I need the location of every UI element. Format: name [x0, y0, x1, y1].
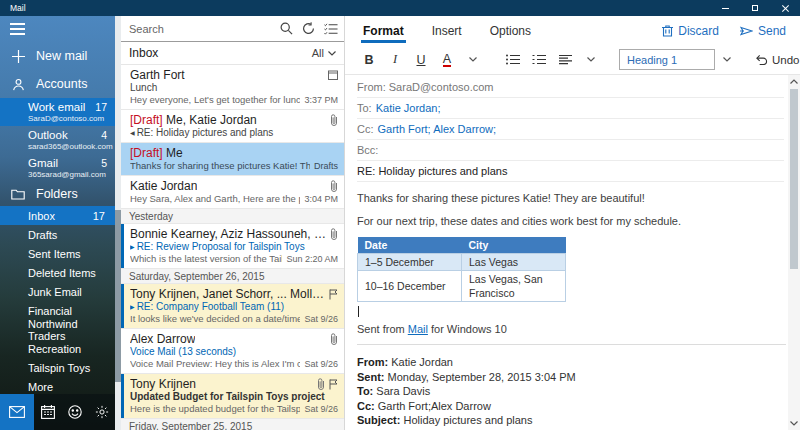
text-cursor [358, 306, 359, 317]
numbered-list-button[interactable] [527, 48, 551, 72]
message-body[interactable]: Thanks for sharing these pictures Katie!… [357, 191, 786, 336]
bullet-list-button[interactable] [501, 48, 525, 72]
tab-options[interactable]: Options [490, 16, 531, 45]
sync-icon[interactable] [302, 22, 315, 35]
paperclip-icon [317, 378, 325, 390]
flag-icon[interactable] [329, 379, 338, 390]
message-sender: Bonnie Kearney, Aziz Hassouneh, ... Tony… [130, 227, 326, 241]
reply-arrow-icon: ◀ [130, 130, 135, 136]
sidebar-folder-inbox[interactable]: Inbox 17 [0, 206, 115, 225]
minimize-button[interactable] [710, 0, 740, 16]
filter-dropdown[interactable]: All [312, 47, 336, 59]
account-work-email[interactable]: Work email 17 SaraD@contoso.com [0, 98, 115, 126]
list-item-bonnie-kearney[interactable]: Bonnie Kearney, Aziz Hassouneh, ... Tony… [121, 224, 344, 269]
list-item-draft-me-katie[interactable]: [Draft] Me, Katie Jordan ◀RE: Holiday pi… [121, 110, 344, 143]
paperclip-icon [330, 333, 338, 345]
scrollbar-thumb[interactable] [790, 89, 798, 269]
message-time: 3:04 PM [304, 194, 338, 204]
to-field[interactable]: To: Katie Jordan; [357, 98, 784, 119]
to-recipient[interactable]: Katie Jordan; [376, 102, 441, 114]
send-button[interactable]: Send [739, 24, 786, 38]
list-item-draft-me-selected[interactable]: [Draft] Me Thanks for sharing these pict… [121, 143, 344, 176]
paragraph-align-button[interactable] [553, 48, 577, 72]
sidebar-folder-sent-items[interactable]: Sent Items [0, 244, 115, 263]
italic-button[interactable]: I [383, 48, 407, 72]
account-name: Outlook [28, 129, 68, 141]
calendar-icon [41, 405, 55, 419]
sidebar-folder-northwind-traders[interactable]: Northwind Traders [0, 320, 115, 339]
quoted-message-divider [357, 344, 786, 345]
mail-icon [9, 406, 25, 418]
account-outlook[interactable]: Outlook 4 sarad365@outlook.com [0, 126, 115, 154]
scroll-up-arrow[interactable] [790, 75, 798, 88]
cc-recipients[interactable]: Garth Fort; Alex Darrow; [378, 123, 497, 135]
message-list-pane: Search Inbox All Garth Fort [121, 16, 345, 430]
cc-field[interactable]: Cc: Garth Fort; Alex Darrow; [357, 119, 784, 140]
message-sender: Katie Jordan [130, 179, 197, 193]
paperclip-icon [330, 228, 338, 240]
list-item-tony-krijnen-thread[interactable]: Tony Krijnen, Janet Schorr, ... Molly De… [121, 284, 344, 329]
draft-label: [Draft] [130, 146, 166, 160]
discard-button[interactable]: Discard [662, 24, 719, 38]
sidebar-folder-tailspin-toys[interactable]: Tailspin Toys [0, 358, 115, 377]
subject-field[interactable]: RE: Holiday pictures and plans [357, 161, 784, 182]
title-bar: Mail [0, 0, 800, 16]
hamburger-menu-button[interactable] [0, 16, 40, 42]
message-sender: Tony Krijnen, Janet Schorr, ... Molly De… [130, 287, 325, 301]
sidebar-folder-recreation[interactable]: Recreation [0, 339, 115, 358]
draft-label: [Draft] [130, 113, 166, 127]
content-scrollbar[interactable] [788, 75, 800, 430]
feedback-button[interactable] [61, 394, 88, 430]
bcc-field[interactable]: Bcc: [357, 140, 784, 161]
message-preview: Here is the updated budget for the Tails… [130, 403, 300, 415]
mail-view-button[interactable] [0, 394, 34, 430]
sidebar-folder-drafts[interactable]: Drafts [0, 225, 115, 244]
table-row: 1–5 December Las Vegas [358, 254, 566, 271]
bold-button[interactable]: B [357, 48, 381, 72]
undo-button[interactable]: Undo [755, 54, 800, 66]
message-sender: Me, Katie Jordan [166, 113, 257, 127]
list-item-katie-jordan[interactable]: Katie Jordan Hey Sara, Alex and Garth, H… [121, 176, 344, 209]
message-subject: RE: Review Proposal for Tailspin Toys [137, 241, 305, 252]
font-color-button[interactable]: A [435, 48, 459, 72]
thread-expand-icon[interactable]: ▶ [130, 244, 135, 250]
folders-label: Folders [36, 187, 78, 201]
thread-expand-icon[interactable]: ▶ [130, 304, 135, 310]
message-time: Sat 9/26 [304, 404, 338, 414]
new-mail-button[interactable]: New mail [0, 42, 115, 70]
style-dropdown[interactable]: Heading 1 [619, 49, 715, 70]
selection-mode-icon[interactable] [324, 23, 338, 35]
gear-icon [95, 405, 109, 419]
unread-indicator [121, 224, 124, 268]
maximize-button[interactable] [740, 0, 770, 16]
search-input[interactable]: Search [129, 23, 272, 35]
accounts-label: Accounts [36, 77, 87, 91]
style-dropdown-chevron[interactable] [717, 49, 737, 70]
calendar-view-button[interactable] [34, 394, 61, 430]
tab-format[interactable]: Format [363, 16, 404, 45]
underline-button[interactable]: U [409, 48, 433, 72]
flag-icon[interactable] [329, 289, 338, 300]
paragraph-options-chevron[interactable] [579, 48, 603, 72]
from-field[interactable]: From: SaraD@contoso.com [357, 77, 784, 98]
mail-link[interactable]: Mail [408, 323, 428, 335]
list-item-alex-darrow[interactable]: Alex Darrow Voice Mail (13 seconds) Voic… [121, 329, 344, 374]
folder-icon [10, 188, 26, 200]
search-icon[interactable] [280, 22, 293, 35]
sidebar-folder-junk-email[interactable]: Junk Email [0, 282, 115, 301]
font-options-chevron[interactable] [461, 48, 485, 72]
folders-header[interactable]: Folders [0, 182, 115, 206]
list-item-tony-krijnen-budget[interactable]: Tony Krijnen Updated Budget for Tailspin… [121, 374, 344, 419]
trash-icon [662, 24, 673, 37]
tab-insert[interactable]: Insert [432, 16, 462, 45]
close-button[interactable] [770, 0, 800, 16]
new-mail-label: New mail [36, 49, 87, 63]
accounts-header[interactable]: Accounts [0, 70, 115, 98]
sidebar-folder-deleted-items[interactable]: Deleted Items [0, 263, 115, 282]
settings-button[interactable] [88, 394, 115, 430]
list-item-garth-fort[interactable]: Garth Fort Lunch Hey everyone, Let's get… [121, 65, 344, 110]
scroll-down-arrow[interactable] [790, 417, 798, 430]
date-divider: Friday, September 25, 2015 [121, 419, 344, 430]
account-gmail[interactable]: Gmail 5 365sarad@gmail.com [0, 154, 115, 182]
message-sender: Alex Darrow [130, 332, 195, 346]
